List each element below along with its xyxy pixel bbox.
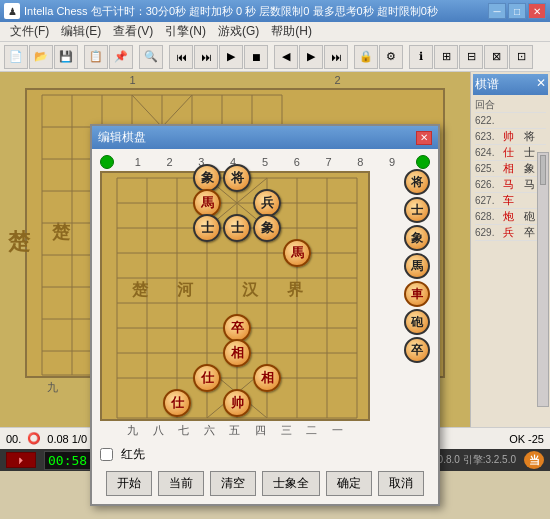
toolbar-btn1[interactable]: ⏮ <box>169 45 193 69</box>
piece-shuai[interactable]: 帅 <box>223 389 251 417</box>
piece-bing[interactable]: 兵 <box>253 189 281 217</box>
menu-file[interactable]: 文件(F) <box>4 22 55 41</box>
toolbar-btn4[interactable]: ⏹ <box>244 45 268 69</box>
red-indicator: ⏵ <box>6 452 36 468</box>
editor-coord-8: 8 <box>357 156 363 168</box>
palette-ma[interactable]: 馬 <box>404 253 430 279</box>
move-row-622: 622. <box>475 113 546 129</box>
toolbar-save[interactable]: 💾 <box>54 45 78 69</box>
panel-title-text: 棋谱 <box>475 76 499 93</box>
panel-title: 棋谱 ✕ <box>473 74 548 95</box>
piece-shi-b[interactable]: 士 <box>223 214 251 242</box>
editor-bot-3: 三 <box>281 423 292 438</box>
right-panel: 棋谱 ✕ 回合 622. 623. 帅 将 624. 仕 士 <box>470 72 550 427</box>
editor-options: 红先 <box>92 442 438 467</box>
maximize-button[interactable]: □ <box>508 3 526 19</box>
editor-full-button[interactable]: 士象全 <box>262 471 320 496</box>
piece-xiang-r2[interactable]: 相 <box>253 364 281 392</box>
toolbar-btn3[interactable]: ▶ <box>219 45 243 69</box>
editor-bot-2: 二 <box>306 423 317 438</box>
toolbar-extra3[interactable]: ⊠ <box>484 45 508 69</box>
editor-bot-7: 七 <box>178 423 189 438</box>
red-first-label: 红先 <box>121 446 145 463</box>
red-first-checkbox[interactable] <box>100 448 113 461</box>
app-icon: ♟ <box>4 3 20 19</box>
piece-xiang-r[interactable]: 相 <box>223 339 251 367</box>
menu-help[interactable]: 帮助(H) <box>265 22 318 41</box>
piece-zu[interactable]: 卒 <box>223 314 251 342</box>
piece-xiang-b[interactable]: 象 <box>193 164 221 192</box>
logo-badge: 当 <box>524 451 544 469</box>
panel-close-icon[interactable]: ✕ <box>536 76 546 93</box>
editor-current-button[interactable]: 当前 <box>158 471 204 496</box>
status-score: 0.08 1/0 ? <box>47 433 96 445</box>
toolbar-info[interactable]: ℹ <box>409 45 433 69</box>
indicator-right <box>416 155 430 169</box>
toolbar-btn6[interactable]: ▶ <box>299 45 323 69</box>
editor-ok-button[interactable]: 确定 <box>326 471 372 496</box>
toolbar-new[interactable]: 📄 <box>4 45 28 69</box>
move-row-627: 627. 车 <box>475 193 546 209</box>
toolbar-open[interactable]: 📂 <box>29 45 53 69</box>
move-row-624: 624. 仕 士 <box>475 145 546 161</box>
piece-ma-r[interactable]: 馬 <box>193 189 221 217</box>
editor-bot-4: 四 <box>255 423 266 438</box>
toolbar-copy[interactable]: 📋 <box>84 45 108 69</box>
piece-shi-b2[interactable]: 士 <box>193 214 221 242</box>
title-text: Intella Chess 包干计时：30分0秒 超时加秒 0 秒 层数限制0 … <box>24 4 488 19</box>
piece-jiang[interactable]: 将 <box>223 164 251 192</box>
coord-top-2: 2 <box>334 74 340 86</box>
minimize-button[interactable]: ─ <box>488 3 506 19</box>
editor-buttons: 开始 当前 清空 士象全 确定 取消 <box>92 467 438 504</box>
menu-engine[interactable]: 引擎(N) <box>159 22 212 41</box>
editor-close-button[interactable]: ✕ <box>416 131 432 145</box>
editor-clear-button[interactable]: 清空 <box>210 471 256 496</box>
editor-dialog: 编辑棋盘 ✕ 1 2 3 4 5 6 7 8 9 <box>90 124 440 506</box>
move-row-629: 629. 兵 卒 <box>475 225 546 241</box>
move-row-623: 623. 帅 将 <box>475 129 546 145</box>
move-header-label: 回合 <box>475 98 503 112</box>
toolbar-btn7[interactable]: ⏭ <box>324 45 348 69</box>
editor-cancel-button[interactable]: 取消 <box>378 471 424 496</box>
toolbar-search[interactable]: 🔍 <box>139 45 163 69</box>
menu-view[interactable]: 查看(V) <box>107 22 159 41</box>
toolbar-extra2[interactable]: ⊟ <box>459 45 483 69</box>
piece-shi-r2[interactable]: 仕 <box>163 389 191 417</box>
toolbar-btn2[interactable]: ⏭ <box>194 45 218 69</box>
toolbar-lock[interactable]: 🔒 <box>354 45 378 69</box>
toolbar-extra1[interactable]: ⊞ <box>434 45 458 69</box>
editor-coord-2: 2 <box>167 156 173 168</box>
palette-zu[interactable]: 卒 <box>404 337 430 363</box>
editor-start-button[interactable]: 开始 <box>106 471 152 496</box>
palette-jiang[interactable]: 将 <box>404 169 430 195</box>
toolbar-settings[interactable]: ⚙ <box>379 45 403 69</box>
palette-shi[interactable]: 士 <box>404 197 430 223</box>
palette-che[interactable]: 車 <box>404 281 430 307</box>
editor-bot-6: 六 <box>204 423 215 438</box>
menu-bar: 文件(F) 编辑(E) 查看(V) 引擎(N) 游戏(G) 帮助(H) <box>0 22 550 42</box>
menu-edit[interactable]: 编辑(E) <box>55 22 107 41</box>
coord-top-1: 1 <box>129 74 135 86</box>
toolbar: 📄 📂 💾 📋 📌 🔍 ⏮ ⏭ ▶ ⏹ ◀ ▶ ⏭ 🔒 ⚙ ℹ ⊞ ⊟ ⊠ ⊡ <box>0 42 550 72</box>
title-controls: ─ □ ✕ <box>488 3 546 19</box>
toolbar-extra4[interactable]: ⊡ <box>509 45 533 69</box>
close-button[interactable]: ✕ <box>528 3 546 19</box>
status-ok: OK -25 <box>509 433 544 445</box>
move-row-628: 628. 炮 砲 <box>475 209 546 225</box>
coord-bot-9: 九 <box>47 380 58 395</box>
editor-bot-1: 一 <box>332 423 343 438</box>
piece-xiang-b2[interactable]: 象 <box>253 214 281 242</box>
editor-title-bar: 编辑棋盘 ✕ <box>92 126 438 149</box>
move-row-625: 625. 相 象 <box>475 161 546 177</box>
editor-bot-8: 八 <box>153 423 164 438</box>
editor-bot-9: 九 <box>127 423 138 438</box>
red-indicator-text: ⏵ <box>17 455 26 465</box>
menu-game[interactable]: 游戏(G) <box>212 22 265 41</box>
piece-shi-r[interactable]: 仕 <box>193 364 221 392</box>
piece-ma-b[interactable]: 馬 <box>283 239 311 267</box>
palette-pao[interactable]: 砲 <box>404 309 430 335</box>
palette-xiang[interactable]: 象 <box>404 225 430 251</box>
editor-bot-5: 五 <box>229 423 240 438</box>
toolbar-paste[interactable]: 📌 <box>109 45 133 69</box>
toolbar-btn5[interactable]: ◀ <box>274 45 298 69</box>
